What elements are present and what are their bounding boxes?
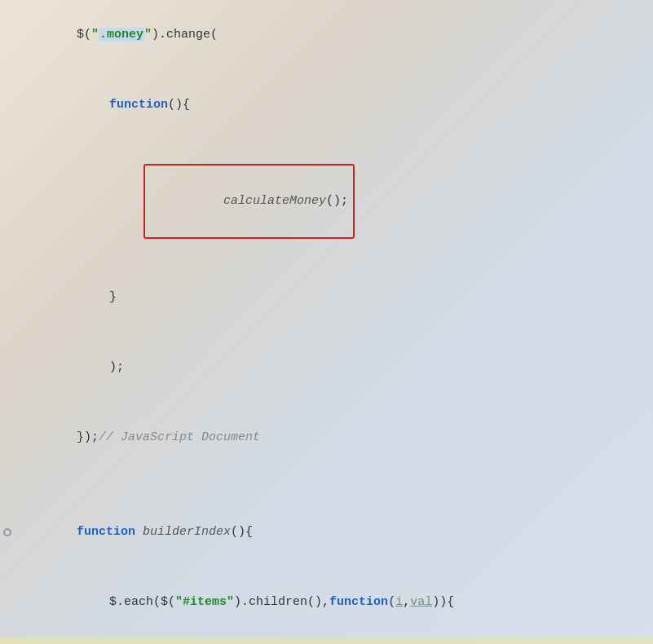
code-line-4: } — [0, 262, 653, 333]
code-line-2: function(){ — [0, 70, 653, 140]
code-line-1: $(".money").change( — [0, 0, 653, 70]
line-content-7 — [15, 474, 653, 496]
code-line-9: $.each($("#items").children(),function(i… — [0, 567, 653, 637]
line-content-1: $(".money").change( — [15, 1, 653, 69]
code-line-8: function builderIndex(){ — [0, 497, 653, 567]
code-line-7 — [0, 473, 653, 497]
gutter-8 — [0, 528, 15, 536]
calculate-money-call-box: calculateMoney(); — [143, 164, 355, 239]
line-content-6: });// JavaScript Document — [15, 404, 653, 472]
line-content-10: $("#items").children("div").eq(i).childr… — [80, 638, 653, 644]
line-content-8: function builderIndex(){ — [15, 498, 653, 567]
code-line-3: calculateMoney(); — [0, 140, 653, 262]
code-line-6: });// JavaScript Document — [0, 403, 653, 473]
code-container: $(".money").change( function(){ calculat… — [0, 0, 653, 644]
line-content-2: function(){ — [47, 71, 653, 139]
code-line-5: ); — [0, 333, 653, 403]
line-content-4: } — [47, 263, 653, 332]
code-line-10: $("#items").children("div").eq(i).childr… — [0, 637, 653, 644]
line-content-9: $.each($("#items").children(),function(i… — [47, 568, 653, 637]
gutter-arrow-8 — [3, 528, 11, 536]
code-editor: $(".money").change( function(){ calculat… — [0, 0, 653, 644]
line-content-3: calculateMoney(); — [80, 141, 653, 262]
line-content-5: ); — [15, 333, 653, 402]
